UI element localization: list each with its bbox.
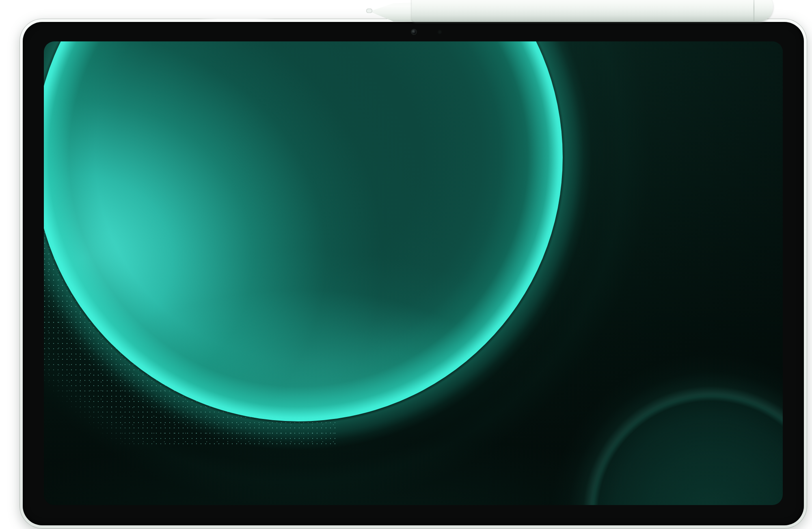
s-pen-body	[412, 0, 773, 22]
s-pen-tip	[369, 2, 417, 22]
s-pen	[365, 0, 775, 23]
tablet-device	[19, 19, 807, 529]
s-pen-nib	[366, 9, 372, 13]
frame-antenna-seam	[198, 19, 275, 22]
s-pen-cap-seam	[754, 0, 754, 21]
wallpaper-speckles	[44, 216, 336, 447]
front-camera	[412, 30, 416, 34]
tablet-screen	[44, 41, 783, 505]
ambient-light-sensor	[438, 30, 442, 34]
page-background	[0, 0, 812, 529]
